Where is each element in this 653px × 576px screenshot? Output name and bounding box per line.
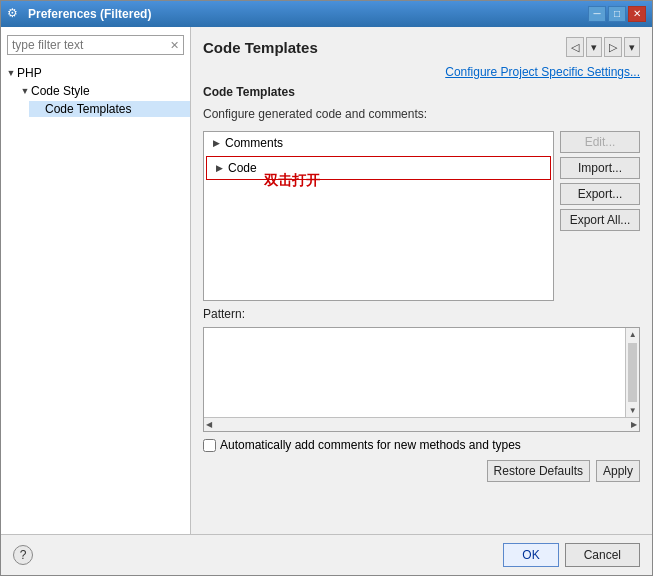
pattern-hscrollbar[interactable]: ◀ ▶ <box>204 417 639 431</box>
tree-arrow-codestyle: ▼ <box>19 86 31 96</box>
title-bar-left: ⚙ Preferences (Filtered) <box>7 6 151 22</box>
tree-children-codestyle: Code Templates <box>15 99 190 119</box>
content-area: ✕ ▼ PHP ▼ Code Style <box>1 27 652 534</box>
main-panel: Code Templates ◁ ▾ ▷ ▾ Configure Project… <box>191 27 652 534</box>
bottom-right: OK Cancel <box>503 543 640 567</box>
scroll-down-icon[interactable]: ▼ <box>626 404 639 417</box>
tree-label-php: PHP <box>17 66 42 80</box>
templates-row: ▶ Comments ▶ Code 双击打开 <box>203 131 640 301</box>
filter-box[interactable]: ✕ <box>7 35 184 55</box>
nav-dropdown-button[interactable]: ▾ <box>586 37 602 57</box>
scroll-up-icon[interactable]: ▲ <box>626 328 639 341</box>
code-arrow: ▶ <box>213 163 225 173</box>
help-icon[interactable]: ? <box>13 545 33 565</box>
tree-item-php-row[interactable]: ▼ PHP <box>1 65 190 81</box>
bottom-left: ? <box>13 545 33 565</box>
scroll-left-icon[interactable]: ◀ <box>204 418 214 431</box>
template-group-comments-row[interactable]: ▶ Comments <box>208 134 549 152</box>
section-label: Code Templates <box>203 85 640 99</box>
preferences-window: ⚙ Preferences (Filtered) ─ □ ✕ ✕ ▼ PHP <box>0 0 653 576</box>
maximize-button[interactable]: □ <box>608 6 626 22</box>
comments-arrow: ▶ <box>210 138 222 148</box>
nav-buttons: ◁ ▾ ▷ ▾ <box>566 37 640 57</box>
close-button[interactable]: ✕ <box>628 6 646 22</box>
tree-item-codetemplates[interactable]: Code Templates <box>29 99 190 119</box>
tree-item-codestyle[interactable]: ▼ Code Style Code Templates <box>15 81 190 121</box>
window-title: Preferences (Filtered) <box>28 7 151 21</box>
template-group-code-row[interactable]: ▶ Code <box>211 159 546 177</box>
import-button[interactable]: Import... <box>560 157 640 179</box>
code-label: Code <box>228 161 257 175</box>
templates-list[interactable]: ▶ Comments ▶ Code 双击打开 <box>203 131 554 301</box>
cancel-button[interactable]: Cancel <box>565 543 640 567</box>
restore-apply-row: Restore Defaults Apply <box>203 460 640 482</box>
tree-arrow-codetemplates <box>33 104 45 114</box>
apply-button[interactable]: Apply <box>596 460 640 482</box>
configure-link[interactable]: Configure Project Specific Settings... <box>445 65 640 79</box>
tree-label-codestyle: Code Style <box>31 84 90 98</box>
pattern-vscrollbar[interactable]: ▲ ▼ <box>625 328 639 417</box>
tree-arrow-php: ▼ <box>5 68 17 78</box>
checkbox-row: Automatically add comments for new metho… <box>203 438 640 452</box>
auto-comments-checkbox[interactable] <box>203 439 216 452</box>
section-desc: Configure generated code and comments: <box>203 107 640 121</box>
restore-defaults-button[interactable]: Restore Defaults <box>487 460 590 482</box>
tree-label-codetemplates: Code Templates <box>45 102 132 116</box>
edit-button[interactable]: Edit... <box>560 131 640 153</box>
filter-clear-icon[interactable]: ✕ <box>170 39 179 52</box>
title-controls: ─ □ ✕ <box>588 6 646 22</box>
bottom-bar: ? OK Cancel <box>1 534 652 575</box>
title-bar: ⚙ Preferences (Filtered) ─ □ ✕ <box>1 1 652 27</box>
template-group-comments[interactable]: ▶ Comments <box>204 132 553 154</box>
nav-dropdown2-button[interactable]: ▾ <box>624 37 640 57</box>
tree-item-codestyle-row[interactable]: ▼ Code Style <box>15 83 190 99</box>
pattern-textarea[interactable] <box>204 328 625 417</box>
filter-input[interactable] <box>12 38 170 52</box>
auto-comments-label: Automatically add comments for new metho… <box>220 438 521 452</box>
export-button[interactable]: Export... <box>560 183 640 205</box>
scroll-right-icon[interactable]: ▶ <box>629 418 639 431</box>
comments-label: Comments <box>225 136 283 150</box>
ok-button[interactable]: OK <box>503 543 558 567</box>
nav-back-button[interactable]: ◁ <box>566 37 584 57</box>
minimize-button[interactable]: ─ <box>588 6 606 22</box>
templates-buttons: Edit... Import... Export... Export All..… <box>560 131 640 301</box>
pattern-label: Pattern: <box>203 307 640 321</box>
tree-item-php[interactable]: ▼ PHP ▼ Code Style <box>1 63 190 123</box>
template-group-code[interactable]: ▶ Code <box>206 156 551 180</box>
window-icon: ⚙ <box>7 6 23 22</box>
tree-item-codetemplates-row[interactable]: Code Templates <box>29 101 190 117</box>
tree-children-php: ▼ Code Style Code Templates <box>1 81 190 121</box>
sidebar: ✕ ▼ PHP ▼ Code Style <box>1 27 191 534</box>
scroll-vthumb[interactable] <box>628 343 637 402</box>
pattern-container: ▲ ▼ ◀ ▶ <box>203 327 640 432</box>
pattern-inner: ▲ ▼ <box>204 328 639 417</box>
panel-header: Code Templates ◁ ▾ ▷ ▾ <box>203 37 640 57</box>
configure-link-row: Configure Project Specific Settings... <box>203 65 640 79</box>
nav-forward-button[interactable]: ▷ <box>604 37 622 57</box>
panel-title: Code Templates <box>203 39 318 56</box>
export-all-button[interactable]: Export All... <box>560 209 640 231</box>
sidebar-tree: ▼ PHP ▼ Code Style <box>1 61 190 530</box>
